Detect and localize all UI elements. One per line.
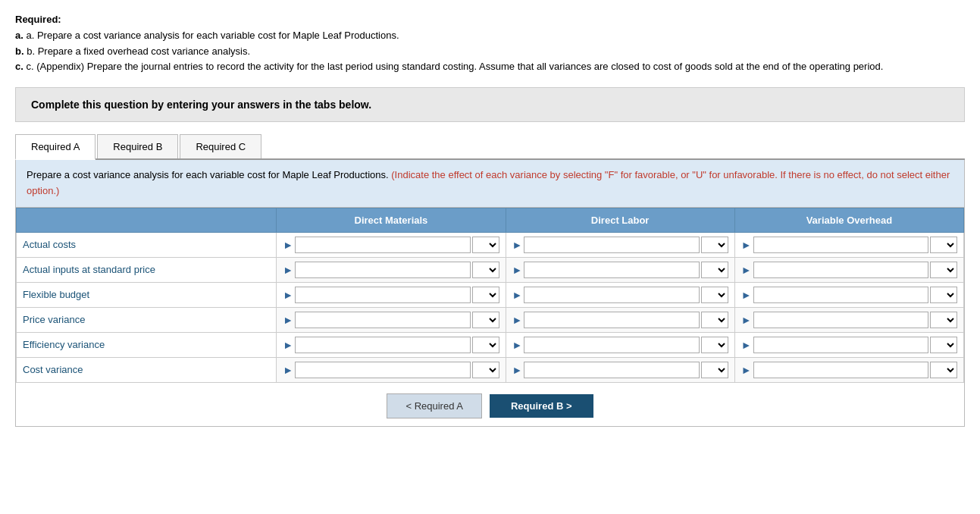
select-dl-actual-inputs[interactable]: FU xyxy=(701,262,728,278)
arrow-dm-cost-variance[interactable]: ► xyxy=(283,364,293,376)
input-dm-flexible-budget[interactable] xyxy=(295,287,470,303)
input-dl-actual-inputs[interactable] xyxy=(524,262,699,278)
cell-dl-cost-variance: ► FU xyxy=(506,357,734,382)
col-header-label xyxy=(17,208,277,232)
arrow-dl-actual-costs[interactable]: ► xyxy=(512,239,523,251)
table-row: Flexible budget ► FU ► FU xyxy=(17,282,964,307)
arrow-dl-efficiency-variance[interactable]: ► xyxy=(512,339,523,351)
tab-required-b[interactable]: Required B xyxy=(97,134,178,158)
part-b-label: b. xyxy=(15,45,24,57)
table-row: Actual inputs at standard price ► FU ► F… xyxy=(17,257,964,282)
cell-dl-price-variance: ► FU xyxy=(506,307,734,332)
instructions-block: Required: a. a. Prepare a cost variance … xyxy=(15,12,965,75)
select-vo-price-variance[interactable]: FU xyxy=(930,312,957,328)
cell-dm-efficiency-variance: ► FU xyxy=(277,332,506,357)
arrow-vo-flexible-budget[interactable]: ► xyxy=(741,289,752,301)
select-dl-actual-costs[interactable]: FU xyxy=(701,237,728,253)
input-dm-price-variance[interactable] xyxy=(295,312,470,328)
arrow-dm-actual-costs[interactable]: ► xyxy=(283,239,293,251)
select-dl-efficiency-variance[interactable]: FU xyxy=(701,337,728,353)
row-label-actual-inputs: Actual inputs at standard price xyxy=(17,257,277,282)
required-label: Required: xyxy=(15,14,61,25)
select-vo-actual-costs[interactable]: FU xyxy=(930,237,957,253)
select-dl-flexible-budget[interactable]: FU xyxy=(701,287,728,303)
select-dm-actual-inputs[interactable]: FU xyxy=(472,262,499,278)
part-a-label: a. xyxy=(15,30,23,41)
select-vo-efficiency-variance[interactable]: FU xyxy=(930,337,957,353)
input-dl-price-variance[interactable] xyxy=(524,312,699,328)
arrow-dl-price-variance[interactable]: ► xyxy=(512,314,523,326)
select-dl-cost-variance[interactable]: FU xyxy=(701,362,728,378)
next-button-label: Required B > xyxy=(511,400,572,412)
part-c-text: c. (Appendix) Prepare the journal entrie… xyxy=(26,61,883,72)
arrow-dl-flexible-budget[interactable]: ► xyxy=(512,289,523,301)
row-label-flexible-budget: Flexible budget xyxy=(17,282,277,307)
tab-required-c[interactable]: Required C xyxy=(180,134,261,158)
col-header-direct-labor: Direct Labor xyxy=(506,208,734,232)
arrow-vo-actual-costs[interactable]: ► xyxy=(741,239,752,251)
cell-vo-actual-costs: ► FU xyxy=(734,232,963,257)
part-a-text: a. Prepare a cost variance analysis for … xyxy=(26,30,399,41)
cell-dl-flexible-budget: ► FU xyxy=(506,282,734,307)
table-row: Efficiency variance ► FU ► FU xyxy=(17,332,964,357)
input-dm-actual-costs[interactable] xyxy=(295,237,470,253)
input-vo-flexible-budget[interactable] xyxy=(753,287,928,303)
prev-button[interactable]: < Required A xyxy=(387,393,482,418)
table-row: Cost variance ► FU ► FU xyxy=(17,357,964,382)
select-vo-flexible-budget[interactable]: FU xyxy=(930,287,957,303)
select-dm-price-variance[interactable]: FU xyxy=(472,312,499,328)
cell-dl-efficiency-variance: ► FU xyxy=(506,332,734,357)
complete-instruction-text: Complete this question by entering your … xyxy=(31,99,371,111)
arrow-dm-efficiency-variance[interactable]: ► xyxy=(283,339,293,351)
table-header-row: Direct Materials Direct Labor Variable O… xyxy=(17,208,964,232)
cell-vo-flexible-budget: ► FU xyxy=(734,282,963,307)
arrow-vo-efficiency-variance[interactable]: ► xyxy=(741,339,752,351)
row-label-actual-costs: Actual costs xyxy=(17,232,277,257)
select-dm-cost-variance[interactable]: FU xyxy=(472,362,499,378)
input-dl-actual-costs[interactable] xyxy=(524,237,699,253)
arrow-vo-cost-variance[interactable]: ► xyxy=(741,364,752,376)
part-c-label: c. xyxy=(15,61,23,72)
input-dl-flexible-budget[interactable] xyxy=(524,287,699,303)
input-dl-cost-variance[interactable] xyxy=(524,362,699,378)
arrow-vo-actual-inputs[interactable]: ► xyxy=(741,264,752,276)
tab-instruction-text: Prepare a cost variance analysis for eac… xyxy=(16,160,964,208)
input-dm-actual-inputs[interactable] xyxy=(295,262,470,278)
part-b-text: b. Prepare a fixed overhead cost varianc… xyxy=(27,45,250,57)
cell-dl-actual-costs: ► FU xyxy=(506,232,734,257)
select-dm-actual-costs[interactable]: FU xyxy=(472,237,499,253)
input-vo-price-variance[interactable] xyxy=(753,312,928,328)
input-vo-actual-costs[interactable] xyxy=(753,237,928,253)
cell-dm-actual-costs: ► FU xyxy=(277,232,506,257)
arrow-dm-actual-inputs[interactable]: ► xyxy=(283,264,293,276)
cell-dm-price-variance: ► FU xyxy=(277,307,506,332)
select-dm-flexible-budget[interactable]: FU xyxy=(472,287,499,303)
select-vo-actual-inputs[interactable]: FU xyxy=(930,262,957,278)
cell-dm-cost-variance: ► FU xyxy=(277,357,506,382)
table-row: Actual costs ► FU ► FU xyxy=(17,232,964,257)
input-dl-efficiency-variance[interactable] xyxy=(524,337,699,353)
arrow-dl-actual-inputs[interactable]: ► xyxy=(512,264,523,276)
cell-vo-actual-inputs: ► FU xyxy=(734,257,963,282)
arrow-dm-flexible-budget[interactable]: ► xyxy=(283,289,293,301)
arrow-vo-price-variance[interactable]: ► xyxy=(741,314,752,326)
arrow-dm-price-variance[interactable]: ► xyxy=(283,314,293,326)
next-button[interactable]: Required B > xyxy=(490,394,593,418)
cell-dl-actual-inputs: ► FU xyxy=(506,257,734,282)
input-vo-actual-inputs[interactable] xyxy=(753,262,928,278)
select-dm-efficiency-variance[interactable]: FU xyxy=(472,337,499,353)
select-dl-price-variance[interactable]: FU xyxy=(701,312,728,328)
table-row: Price variance ► FU ► FU xyxy=(17,307,964,332)
tab-content-required-a: Prepare a cost variance analysis for eac… xyxy=(15,160,965,427)
col-header-direct-materials: Direct Materials xyxy=(277,208,506,232)
input-dm-efficiency-variance[interactable] xyxy=(295,337,470,353)
complete-instruction-box: Complete this question by entering your … xyxy=(15,87,965,122)
tab-required-a[interactable]: Required A xyxy=(15,134,95,160)
select-vo-cost-variance[interactable]: FU xyxy=(930,362,957,378)
input-vo-efficiency-variance[interactable] xyxy=(753,337,928,353)
row-label-price-variance: Price variance xyxy=(17,307,277,332)
cell-vo-efficiency-variance: ► FU xyxy=(734,332,963,357)
arrow-dl-cost-variance[interactable]: ► xyxy=(512,364,523,376)
input-dm-cost-variance[interactable] xyxy=(295,362,470,378)
input-vo-cost-variance[interactable] xyxy=(753,362,928,378)
